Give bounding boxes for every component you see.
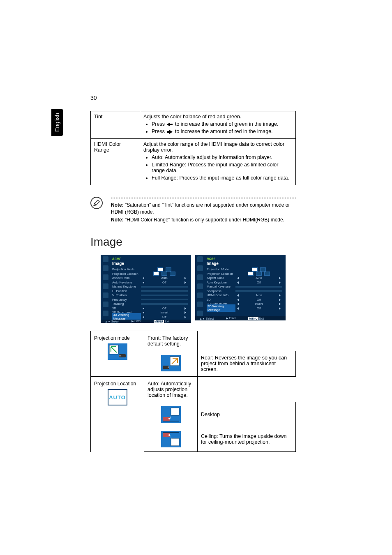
projection-rear-icon [161,355,181,371]
tint-desc-cell: Adjusts the color balance of red and gre… [140,111,296,139]
svg-rect-17 [171,438,179,446]
osd-menu-item: 3DOff [112,306,189,311]
osd-nav-icon [197,274,203,280]
hdmi-limited: Limited Range: Process the input image a… [143,162,292,173]
osd-item-label: Tracking [112,302,141,306]
hdmi-label: HDMI Color Range [91,139,140,185]
projection-front-desc: Front: The factory default setting. [144,331,198,351]
osd-heading: Image [207,261,284,266]
osd-sidebar [195,255,205,316]
osd-heading: Image [112,261,189,266]
osd-nav-icon [103,292,108,298]
projection-rear-icon-cell [144,351,198,377]
osd-item-label: 3D Warning Message [207,304,235,312]
osd-item-value: Invert [235,302,282,306]
osd-item-value: Off [235,281,282,284]
osd-item-icons [235,267,282,272]
osd-brand: acer [112,256,189,261]
language-tab: English [51,109,63,136]
osd-menu-item: 3DOff [207,297,284,302]
osd-item-label: Manual Keystone [207,285,235,288]
osd-item-icons [141,267,188,272]
osd-mini-icon [252,267,258,272]
osd-item-label: Projection Location [207,272,235,276]
osd-item-label: Projection Mode [112,267,141,271]
osd-menu-item: Auto KeystoneOff [207,280,284,285]
projection-desktop-icon-cell [144,402,198,427]
osd-mini-icon [256,272,262,276]
projection-location-cell: Projection Location AUTO [91,377,144,452]
section-title-image: Image [90,235,296,249]
osd-item-value: Off [235,306,282,310]
osd-item-label: 3D [207,298,235,302]
osd-slider [141,286,188,288]
tint-desc: Adjusts the color balance of red and gre… [143,114,292,120]
osd-mini-icon [157,267,163,272]
osd-menu-item: Frequency [112,297,189,302]
osd-menu-item: 3D Warning MessageOff [207,306,284,311]
osd-mini-icon [153,272,159,276]
osd-menu-item: Manual Keystone [112,284,189,289]
osd-mini-icon [248,272,254,276]
osd-slider [141,299,188,300]
osd-mini-icon [166,267,171,272]
osd-item-label: HDMI Scan Info [207,293,235,297]
osd-menu-item: Projection Location [112,272,189,276]
osd-nav-icon [197,265,203,271]
osd-brand: acer [207,256,284,261]
osd-item-label: Auto Keystone [112,281,141,284]
osd-menu-item: Auto KeystoneOff [112,280,189,285]
tint-hdmi-table: Tint Adjusts the color balance of red an… [90,111,296,185]
osd-nav-icon [197,302,203,307]
projection-rear-desc: Rear: Reverses the image so you can proj… [198,351,296,377]
osd-item-icons [235,272,282,276]
osd-menu-item: V. Position [112,293,189,297]
projection-ceiling-icon [161,431,181,447]
osd-menu-item: Aspect RatioAuto [207,276,284,280]
osd-mini-icon [260,267,266,272]
page-number: 30 [90,94,97,101]
osd-item-label: Sharpness [207,289,235,293]
osd-item-label: V. Position [112,293,141,297]
projection-desktop-desc: Desktop [198,402,296,427]
osd-item-label: Frequency [112,298,141,302]
projection-mode-label: Projection mode [94,335,141,341]
osd-item-label: Projection Location [112,272,141,276]
osd-footer: ▲▼ Select ▶ Enter MENU Exit [195,316,286,320]
osd-nav-icon [103,265,108,271]
osd-menu-item: Projection Location [207,272,284,276]
osd-item-value: Invert [141,311,188,314]
hdmi-desc: Adjust the color range of the HDMI image… [143,141,292,153]
osd-menu-item: Projection Mode [112,267,189,272]
osd-item-value: Auto [141,276,188,280]
osd-nav-icon [103,256,108,262]
osd-footer-select: ▲▼ Select [199,317,214,320]
osd-item-label: H. Position [112,289,141,293]
dotted-divider [111,198,296,198]
osd-menu-item: H. Position [112,289,189,293]
osd-footer: ▲▼ Select ▶ Enter MENU Exit [101,320,191,323]
osd-item-icons [141,272,188,276]
osd-menu-item: Tracking [112,302,189,306]
svg-point-16 [168,434,170,436]
osd-items-left: Projection ModeProjection LocationAspect… [112,267,189,319]
svg-rect-12 [163,421,179,421]
osd-nav-icon [103,274,108,280]
osd-menu-item: 3D Warning MessageOff [112,315,189,319]
osd-items-right: Projection ModeProjection LocationAspect… [207,267,284,310]
osd-item-value: Auto [235,276,282,280]
note-icon [90,197,103,209]
osd-menu-item: HDMI Scan InfoAuto [207,293,284,297]
tint-label: Tint [91,111,140,139]
osd-nav-icon [103,283,108,289]
projection-front-icon [108,343,127,360]
projection-ceiling-desc: Ceiling: Turns the image upside down for… [198,427,296,452]
osd-slider [141,295,188,296]
osd-slider [141,303,188,305]
osd-slider [141,290,188,292]
osd-nav-icon [103,302,108,307]
osd-menu-item: Aspect RatioAuto [112,276,189,280]
hdmi-auto: Auto: Automatically adjust by informatio… [143,154,292,160]
osd-item-label: Auto Keystone [207,281,235,284]
svg-point-11 [168,418,170,419]
